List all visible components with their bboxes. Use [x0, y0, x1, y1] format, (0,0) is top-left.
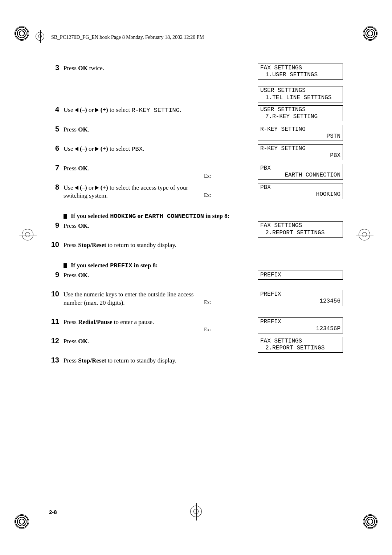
content-area: 3 Press OK twice. FAX SETTINGS1.USER SET…: [49, 64, 343, 375]
triangle-right-icon: [95, 147, 99, 151]
step-text: Use (–) or (+) to select the access type…: [64, 183, 207, 200]
lcd-prefix-empty: PREFIX: [258, 271, 343, 280]
step-3: 3 Press OK twice.: [49, 64, 207, 73]
step-13: 13 Press Stop/Reset to return to standby…: [49, 356, 207, 365]
lcd-prefix-123456p: PREFIX123456P: [258, 317, 343, 333]
step-6: 6 Use (–) or (+) to select PBX.: [49, 144, 207, 154]
step-11: 11 Press Redial/Pause to enter a pause.: [49, 317, 207, 327]
step-text: Press OK twice.: [64, 64, 104, 73]
step-8: 8 Use (–) or (+) to select the access ty…: [49, 183, 207, 200]
crop-reg-right: [359, 229, 370, 240]
lcd-pbx-hooking: PBXHOOKING: [258, 183, 343, 199]
step-10a: 10 Press Stop/Reset to return to standby…: [49, 240, 207, 250]
lcd-prefix-123456: PREFIX123456: [258, 290, 343, 306]
lcd-user-tel-line: USER SETTINGS1.TEL LINE SETTINGS: [258, 86, 343, 102]
subhead-hooking-earth: If you selected HOOKING or EARTH CONNECT…: [64, 212, 343, 220]
step-text: Press Redial/Pause to enter a pause.: [64, 317, 154, 327]
lcd-rkey-pbx: R-KEY SETTINGPBX: [258, 144, 343, 160]
step-num: 11: [49, 317, 59, 327]
triangle-left-icon: [75, 186, 78, 190]
step-text: Press OK.: [64, 337, 89, 346]
step-text: Press OK.: [64, 125, 89, 134]
subhead-prefix: If you selected PREFIX in step 8:: [64, 262, 343, 269]
step-num: 4: [49, 105, 59, 115]
step-text: Use (–) or (+) to select R-KEY SETTING.: [64, 105, 181, 115]
step-num: 9: [49, 221, 59, 230]
triangle-left-icon: [75, 108, 78, 112]
page-number: 2-8: [49, 509, 57, 515]
step-9b: 9 Press OK.: [49, 271, 207, 280]
step-9a: 9 Press OK.: [49, 221, 207, 230]
bullet-icon: [64, 263, 67, 268]
step-text: Use (–) or (+) to select PBX.: [64, 144, 144, 154]
step-num: 5: [49, 125, 59, 134]
page-container: SB_PC1270D_FG_EN.book Page 8 Monday, Feb…: [0, 0, 392, 555]
crop-reg-left: [22, 229, 33, 240]
lcd-user-rkey: USER SETTINGS7.R-KEY SETTING: [258, 105, 343, 121]
triangle-right-icon: [95, 108, 99, 112]
step-num: 10: [49, 290, 59, 307]
page-header: SB_PC1270D_FG_EN.book Page 8 Monday, Feb…: [49, 33, 343, 42]
step-num: 6: [49, 144, 59, 154]
lcd-pbx-earth: PBXEARTH CONNECTION: [258, 164, 343, 180]
step-text: Press OK.: [64, 271, 89, 280]
step-num: 8: [49, 183, 59, 200]
step-7: 7 Press OK.: [49, 164, 207, 173]
step-text: Press Stop/Reset to return to standby di…: [64, 240, 176, 250]
bullet-icon: [64, 214, 67, 219]
lcd-fax-user-settings: FAX SETTINGS1.USER SETTINGS: [258, 64, 343, 80]
crop-reg-bottom: [190, 506, 202, 517]
ex-label: Ex:: [204, 327, 211, 333]
step-text: Use the numeric keys to enter the outsid…: [64, 290, 207, 307]
step-num: 7: [49, 164, 59, 173]
step-num: 10: [49, 240, 59, 250]
crop-reg-header: [36, 32, 44, 41]
step-10b: 10 Use the numeric keys to enter the out…: [49, 290, 207, 307]
crop-corner-bl: [15, 514, 29, 529]
step-num: 13: [49, 356, 59, 365]
step-num: 9: [49, 271, 59, 280]
lcd-rkey-pstn: R-KEY SETTINGPSTN: [258, 125, 343, 141]
step-5: 5 Press OK.: [49, 125, 207, 134]
step-12: 12 Press OK.: [49, 337, 207, 346]
ex-label: Ex:: [204, 300, 211, 305]
triangle-right-icon: [95, 186, 99, 190]
ex-label: Ex:: [204, 173, 211, 179]
step-text: Press Stop/Reset to return to standby di…: [64, 356, 176, 365]
lcd-fax-report-2: FAX SETTINGS2.REPORT SETTINGS: [258, 337, 343, 353]
step-num: 12: [49, 337, 59, 346]
lcd-fax-report-1: FAX SETTINGS2.REPORT SETTINGS: [258, 221, 343, 237]
step-num: 3: [49, 64, 59, 73]
crop-corner-tl: [15, 26, 29, 41]
ex-label: Ex:: [204, 193, 211, 198]
step-text: Press OK.: [64, 221, 89, 230]
crop-corner-tr: [363, 26, 377, 41]
step-4: 4 Use (–) or (+) to select R-KEY SETTING…: [49, 105, 207, 115]
crop-corner-br: [363, 514, 377, 529]
triangle-left-icon: [75, 147, 78, 151]
step-text: Press OK.: [64, 164, 89, 173]
